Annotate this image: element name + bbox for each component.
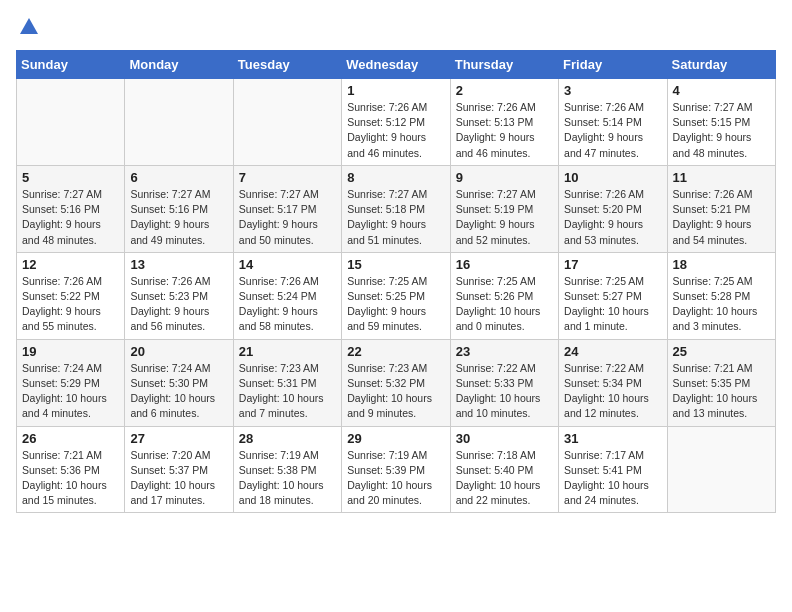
- day-info: Sunrise: 7:26 AM Sunset: 5:23 PM Dayligh…: [130, 274, 227, 335]
- calendar-cell: 8Sunrise: 7:27 AM Sunset: 5:18 PM Daylig…: [342, 165, 450, 252]
- calendar-cell: 29Sunrise: 7:19 AM Sunset: 5:39 PM Dayli…: [342, 426, 450, 513]
- calendar-cell: 13Sunrise: 7:26 AM Sunset: 5:23 PM Dayli…: [125, 252, 233, 339]
- day-info: Sunrise: 7:24 AM Sunset: 5:29 PM Dayligh…: [22, 361, 119, 422]
- calendar-cell: 7Sunrise: 7:27 AM Sunset: 5:17 PM Daylig…: [233, 165, 341, 252]
- day-info: Sunrise: 7:21 AM Sunset: 5:35 PM Dayligh…: [673, 361, 770, 422]
- day-number: 19: [22, 344, 119, 359]
- day-number: 8: [347, 170, 444, 185]
- calendar-cell: 17Sunrise: 7:25 AM Sunset: 5:27 PM Dayli…: [559, 252, 667, 339]
- day-info: Sunrise: 7:27 AM Sunset: 5:19 PM Dayligh…: [456, 187, 553, 248]
- day-number: 28: [239, 431, 336, 446]
- day-info: Sunrise: 7:26 AM Sunset: 5:21 PM Dayligh…: [673, 187, 770, 248]
- day-info: Sunrise: 7:22 AM Sunset: 5:34 PM Dayligh…: [564, 361, 661, 422]
- calendar-cell: 28Sunrise: 7:19 AM Sunset: 5:38 PM Dayli…: [233, 426, 341, 513]
- calendar-cell: 9Sunrise: 7:27 AM Sunset: 5:19 PM Daylig…: [450, 165, 558, 252]
- day-number: 18: [673, 257, 770, 272]
- day-number: 9: [456, 170, 553, 185]
- calendar-cell: 11Sunrise: 7:26 AM Sunset: 5:21 PM Dayli…: [667, 165, 775, 252]
- day-number: 6: [130, 170, 227, 185]
- col-header-friday: Friday: [559, 51, 667, 79]
- col-header-monday: Monday: [125, 51, 233, 79]
- logo: [16, 16, 40, 38]
- col-header-tuesday: Tuesday: [233, 51, 341, 79]
- calendar-cell: 20Sunrise: 7:24 AM Sunset: 5:30 PM Dayli…: [125, 339, 233, 426]
- day-info: Sunrise: 7:25 AM Sunset: 5:28 PM Dayligh…: [673, 274, 770, 335]
- day-info: Sunrise: 7:19 AM Sunset: 5:39 PM Dayligh…: [347, 448, 444, 509]
- calendar-cell: 6Sunrise: 7:27 AM Sunset: 5:16 PM Daylig…: [125, 165, 233, 252]
- day-info: Sunrise: 7:19 AM Sunset: 5:38 PM Dayligh…: [239, 448, 336, 509]
- day-number: 15: [347, 257, 444, 272]
- day-number: 29: [347, 431, 444, 446]
- calendar-cell: 14Sunrise: 7:26 AM Sunset: 5:24 PM Dayli…: [233, 252, 341, 339]
- day-info: Sunrise: 7:27 AM Sunset: 5:16 PM Dayligh…: [22, 187, 119, 248]
- day-number: 7: [239, 170, 336, 185]
- day-info: Sunrise: 7:21 AM Sunset: 5:36 PM Dayligh…: [22, 448, 119, 509]
- day-number: 21: [239, 344, 336, 359]
- day-info: Sunrise: 7:18 AM Sunset: 5:40 PM Dayligh…: [456, 448, 553, 509]
- day-info: Sunrise: 7:26 AM Sunset: 5:12 PM Dayligh…: [347, 100, 444, 161]
- calendar-cell: [233, 79, 341, 166]
- day-info: Sunrise: 7:26 AM Sunset: 5:24 PM Dayligh…: [239, 274, 336, 335]
- day-number: 2: [456, 83, 553, 98]
- calendar-cell: 10Sunrise: 7:26 AM Sunset: 5:20 PM Dayli…: [559, 165, 667, 252]
- day-number: 26: [22, 431, 119, 446]
- day-number: 11: [673, 170, 770, 185]
- calendar-cell: 19Sunrise: 7:24 AM Sunset: 5:29 PM Dayli…: [17, 339, 125, 426]
- day-number: 4: [673, 83, 770, 98]
- day-number: 3: [564, 83, 661, 98]
- calendar-cell: 21Sunrise: 7:23 AM Sunset: 5:31 PM Dayli…: [233, 339, 341, 426]
- day-number: 13: [130, 257, 227, 272]
- day-number: 30: [456, 431, 553, 446]
- day-number: 16: [456, 257, 553, 272]
- day-info: Sunrise: 7:25 AM Sunset: 5:26 PM Dayligh…: [456, 274, 553, 335]
- logo-icon: [18, 16, 40, 38]
- day-info: Sunrise: 7:26 AM Sunset: 5:13 PM Dayligh…: [456, 100, 553, 161]
- day-info: Sunrise: 7:25 AM Sunset: 5:27 PM Dayligh…: [564, 274, 661, 335]
- day-number: 22: [347, 344, 444, 359]
- calendar-cell: 24Sunrise: 7:22 AM Sunset: 5:34 PM Dayli…: [559, 339, 667, 426]
- day-info: Sunrise: 7:27 AM Sunset: 5:17 PM Dayligh…: [239, 187, 336, 248]
- day-number: 31: [564, 431, 661, 446]
- calendar-cell: 23Sunrise: 7:22 AM Sunset: 5:33 PM Dayli…: [450, 339, 558, 426]
- calendar-cell: [17, 79, 125, 166]
- calendar-cell: 1Sunrise: 7:26 AM Sunset: 5:12 PM Daylig…: [342, 79, 450, 166]
- col-header-wednesday: Wednesday: [342, 51, 450, 79]
- col-header-thursday: Thursday: [450, 51, 558, 79]
- day-info: Sunrise: 7:23 AM Sunset: 5:32 PM Dayligh…: [347, 361, 444, 422]
- day-info: Sunrise: 7:26 AM Sunset: 5:14 PM Dayligh…: [564, 100, 661, 161]
- day-number: 25: [673, 344, 770, 359]
- day-info: Sunrise: 7:26 AM Sunset: 5:20 PM Dayligh…: [564, 187, 661, 248]
- calendar-cell: 3Sunrise: 7:26 AM Sunset: 5:14 PM Daylig…: [559, 79, 667, 166]
- day-number: 14: [239, 257, 336, 272]
- calendar-cell: 27Sunrise: 7:20 AM Sunset: 5:37 PM Dayli…: [125, 426, 233, 513]
- day-info: Sunrise: 7:20 AM Sunset: 5:37 PM Dayligh…: [130, 448, 227, 509]
- calendar-cell: 18Sunrise: 7:25 AM Sunset: 5:28 PM Dayli…: [667, 252, 775, 339]
- calendar-cell: 31Sunrise: 7:17 AM Sunset: 5:41 PM Dayli…: [559, 426, 667, 513]
- calendar-cell: [667, 426, 775, 513]
- calendar-cell: 25Sunrise: 7:21 AM Sunset: 5:35 PM Dayli…: [667, 339, 775, 426]
- day-info: Sunrise: 7:25 AM Sunset: 5:25 PM Dayligh…: [347, 274, 444, 335]
- day-number: 24: [564, 344, 661, 359]
- day-number: 5: [22, 170, 119, 185]
- calendar-cell: [125, 79, 233, 166]
- calendar-cell: 16Sunrise: 7:25 AM Sunset: 5:26 PM Dayli…: [450, 252, 558, 339]
- day-number: 27: [130, 431, 227, 446]
- calendar-cell: 2Sunrise: 7:26 AM Sunset: 5:13 PM Daylig…: [450, 79, 558, 166]
- day-info: Sunrise: 7:23 AM Sunset: 5:31 PM Dayligh…: [239, 361, 336, 422]
- day-number: 1: [347, 83, 444, 98]
- day-number: 12: [22, 257, 119, 272]
- calendar-cell: 30Sunrise: 7:18 AM Sunset: 5:40 PM Dayli…: [450, 426, 558, 513]
- day-info: Sunrise: 7:27 AM Sunset: 5:15 PM Dayligh…: [673, 100, 770, 161]
- col-header-sunday: Sunday: [17, 51, 125, 79]
- calendar-cell: 22Sunrise: 7:23 AM Sunset: 5:32 PM Dayli…: [342, 339, 450, 426]
- svg-marker-0: [20, 18, 38, 34]
- day-info: Sunrise: 7:17 AM Sunset: 5:41 PM Dayligh…: [564, 448, 661, 509]
- day-number: 20: [130, 344, 227, 359]
- day-number: 23: [456, 344, 553, 359]
- calendar-cell: 26Sunrise: 7:21 AM Sunset: 5:36 PM Dayli…: [17, 426, 125, 513]
- day-info: Sunrise: 7:27 AM Sunset: 5:16 PM Dayligh…: [130, 187, 227, 248]
- calendar-cell: 4Sunrise: 7:27 AM Sunset: 5:15 PM Daylig…: [667, 79, 775, 166]
- day-info: Sunrise: 7:22 AM Sunset: 5:33 PM Dayligh…: [456, 361, 553, 422]
- col-header-saturday: Saturday: [667, 51, 775, 79]
- calendar-table: SundayMondayTuesdayWednesdayThursdayFrid…: [16, 50, 776, 513]
